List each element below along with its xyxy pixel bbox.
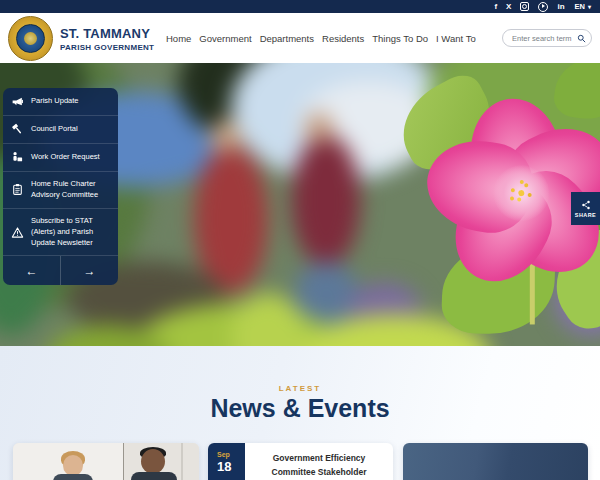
news-card-event[interactable]: Sep 18 Government Efficiency Committee S… xyxy=(208,443,393,480)
language-label: EN xyxy=(575,2,585,11)
quicklink-home-rule-charter[interactable]: Home Rule Charter Advisory Committee xyxy=(3,172,118,209)
language-selector[interactable]: EN ▾ xyxy=(575,2,591,11)
quicklinks-panel: Parish Update Council Portal Work Order xyxy=(3,88,118,285)
nav-item-things-to-do[interactable]: Things To Do xyxy=(372,33,428,44)
alert-triangle-icon xyxy=(11,226,24,239)
main-nav: Home Government Departments Residents Th… xyxy=(166,13,476,63)
news-card-image[interactable] xyxy=(403,443,588,480)
gavel-icon xyxy=(11,123,24,136)
quicklink-label: Parish Update xyxy=(31,96,79,107)
nav-item-home[interactable]: Home xyxy=(166,33,191,44)
event-day: 18 xyxy=(217,459,231,474)
carousel-prev-button[interactable]: ← xyxy=(3,256,60,285)
work-order-icon xyxy=(11,151,24,164)
brand-text: ST. TAMMANY PARISH GOVERNMENT xyxy=(60,26,154,52)
nav-item-departments[interactable]: Departments xyxy=(260,33,314,44)
search-icon[interactable] xyxy=(577,34,586,43)
nav-item-i-want-to[interactable]: I Want To xyxy=(436,33,476,44)
quicklink-label: Council Portal xyxy=(31,124,78,135)
brand-subtitle: PARISH GOVERNMENT xyxy=(60,43,154,52)
site-header: ST. TAMMANY PARISH GOVERNMENT Home Gover… xyxy=(0,13,600,63)
megaphone-icon xyxy=(11,95,24,108)
quicklink-parish-update[interactable]: Parish Update xyxy=(3,88,118,116)
quicklink-council-portal[interactable]: Council Portal xyxy=(3,116,118,144)
social-links: f X in xyxy=(494,2,564,12)
facebook-icon[interactable]: f xyxy=(494,3,497,11)
clipboard-icon xyxy=(11,183,24,196)
parish-seal-icon xyxy=(8,16,53,61)
quicklink-label: Home Rule Charter Advisory Committee xyxy=(31,179,110,201)
topbar: f X in EN ▾ xyxy=(0,0,600,13)
instagram-icon[interactable] xyxy=(520,2,529,11)
event-title: Government Efficiency Committee Stakehol… xyxy=(245,443,393,480)
hero-carousel: Parish Update Council Portal Work Order xyxy=(0,63,600,346)
page: f X in EN ▾ ST. TAMMANY PARISH GOVERNMEN… xyxy=(0,0,600,480)
share-button[interactable]: SHARE xyxy=(571,192,600,225)
nav-item-residents[interactable]: Residents xyxy=(322,33,364,44)
quicklink-label: Subscribe to STAT (Alerts) and Parish Up… xyxy=(31,216,110,249)
linkedin-icon[interactable]: in xyxy=(557,3,564,11)
event-date-badge: Sep 18 xyxy=(208,443,245,480)
section-title: News & Events xyxy=(0,394,600,423)
nav-item-government[interactable]: Government xyxy=(199,33,251,44)
quicklink-subscribe-stat[interactable]: Subscribe to STAT (Alerts) and Parish Up… xyxy=(3,209,118,257)
carousel-controls: ← → xyxy=(3,256,118,285)
share-icon xyxy=(581,200,591,210)
site-logo[interactable]: ST. TAMMANY PARISH GOVERNMENT xyxy=(8,16,154,61)
chevron-down-icon: ▾ xyxy=(588,3,591,10)
news-card-photo[interactable] xyxy=(13,443,199,480)
section-eyebrow: LATEST xyxy=(0,384,600,393)
quicklink-work-order-request[interactable]: Work Order Request xyxy=(3,144,118,172)
search-box xyxy=(502,29,592,47)
x-twitter-icon[interactable]: X xyxy=(506,3,511,11)
carousel-next-button[interactable]: → xyxy=(60,256,118,285)
search-input[interactable] xyxy=(510,33,577,44)
window-frame xyxy=(181,443,183,480)
event-month: Sep xyxy=(217,451,230,458)
youtube-icon[interactable] xyxy=(538,2,548,12)
news-events-section: LATEST News & Events Sep 18 Go xyxy=(0,346,600,480)
brand-title: ST. TAMMANY xyxy=(60,26,154,41)
quicklink-label: Work Order Request xyxy=(31,152,100,163)
share-label: SHARE xyxy=(575,212,596,218)
